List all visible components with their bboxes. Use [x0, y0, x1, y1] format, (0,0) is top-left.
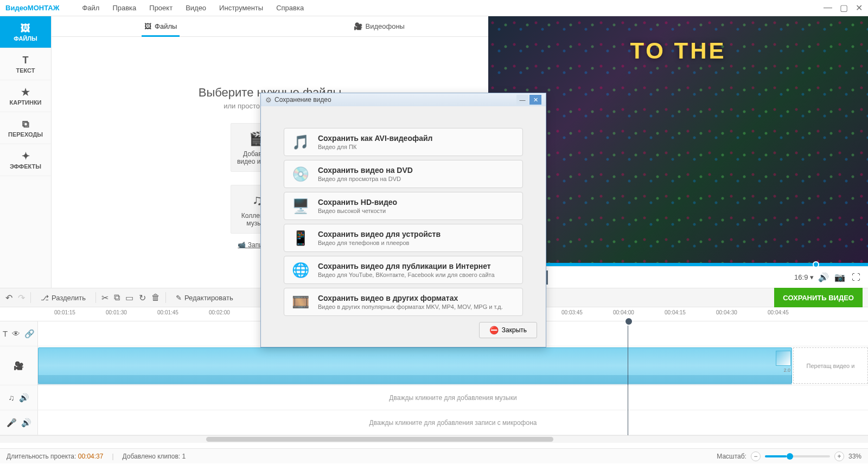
option-sub: Видео в других популярных форматах MKV, … — [318, 304, 516, 310]
undo-icon[interactable]: ↶ — [5, 293, 12, 303]
sparkle-icon: ✦ — [22, 150, 30, 162]
mic-track-head: 🎤🔊 — [0, 410, 38, 435]
dialog-close-icon[interactable]: ✕ — [529, 95, 541, 105]
maximize-icon[interactable]: ▢ — [840, 3, 848, 13]
delete-icon[interactable]: 🗑 — [151, 293, 160, 302]
duration-label: Длительность проекта: 00:04:37 — [7, 453, 103, 460]
music-track-head: ♫🔊 — [0, 385, 38, 410]
ruler-tick: 00:04:00 — [613, 309, 634, 315]
save-option-4[interactable]: 🌐Сохранить видео для публикации в Интерн… — [284, 256, 523, 284]
music-icon: ♫ — [8, 393, 14, 402]
mic-icon: 🎤 — [7, 418, 17, 428]
eye-icon[interactable]: 👁 — [12, 329, 20, 338]
save-option-2[interactable]: 🖥️Сохранить HD-видеоВидео высокой четкос… — [284, 192, 523, 220]
menu-tools[interactable]: Инструменты — [213, 4, 270, 12]
frame-icon[interactable]: ▭ — [125, 293, 133, 303]
link-icon[interactable]: 🔗 — [24, 329, 35, 339]
option-icon: 🌐 — [291, 260, 310, 280]
sidebar-item-effects[interactable]: ✦ЭФФЕКТЫ — [0, 144, 51, 176]
option-icon: 📱 — [291, 228, 310, 248]
menu-project[interactable]: Проект — [143, 4, 179, 12]
zoom-thumb[interactable] — [787, 453, 793, 460]
option-title: Сохранить видео на DVD — [318, 166, 516, 175]
image-icon: 🖼 — [144, 22, 151, 30]
logo-accent: МОНТАЖ — [28, 4, 60, 12]
sidebar-item-transitions[interactable]: ⧉ПЕРЕХОДЫ — [0, 112, 51, 144]
volume-icon[interactable]: 🔊 — [19, 393, 29, 403]
zoom-out-button[interactable]: − — [751, 451, 761, 461]
dialog-window-controls: — ✕ — [516, 95, 541, 105]
zoom-control: Масштаб: − + 33% — [717, 451, 861, 461]
option-icon: 🖥️ — [291, 196, 310, 216]
text-track-head: T👁🔗 — [0, 321, 38, 346]
save-option-1[interactable]: 💿Сохранить видео на DVDВидео для просмот… — [284, 160, 523, 188]
statusbar: Длительность проекта: 00:04:37 | Добавле… — [0, 448, 868, 463]
ruler-tick: 00:04:45 — [768, 309, 789, 315]
menu-video[interactable]: Видео — [179, 4, 213, 12]
close-icon[interactable]: ✕ — [856, 3, 863, 13]
option-sub: Видео высокой четкости — [318, 208, 516, 214]
tab-label: Видеофоны — [366, 22, 405, 30]
dialog-title: Сохранение видео — [275, 96, 331, 104]
dialog-minimize-icon[interactable]: — — [516, 95, 528, 105]
logo-text: Видео — [5, 4, 28, 12]
video-overlay-text: TO THE — [630, 38, 726, 64]
sidebar-item-files[interactable]: 🖼ФАЙЛЫ — [0, 16, 51, 48]
menu-edit[interactable]: Правка — [106, 4, 143, 12]
tab-backgrounds[interactable]: 🎥Видеофоны — [270, 16, 489, 36]
dialog-titlebar[interactable]: ⚙ Сохранение видео — ✕ — [261, 93, 546, 106]
mic-track: 🎤🔊 Дважды кликните для добавления записи… — [0, 410, 868, 435]
option-title: Сохранить как AVI-видеофайл — [318, 134, 516, 143]
ruler-tick: 00:01:30 — [106, 309, 127, 315]
snapshot-icon[interactable]: 📷 — [833, 271, 846, 284]
playhead[interactable] — [628, 321, 628, 435]
music-track: ♫🔊 Дважды кликните для добавления музыки — [0, 385, 868, 410]
music-track-body[interactable]: Дважды кликните для добавления музыки — [38, 385, 868, 410]
tab-files[interactable]: 🖼Файлы — [52, 16, 270, 36]
timeline-scrollbar[interactable] — [0, 435, 868, 443]
redo-icon[interactable]: ↷ — [18, 293, 25, 303]
zoom-in-button[interactable]: + — [834, 451, 844, 461]
split-button[interactable]: ⎇Разделить — [36, 292, 90, 304]
zoom-slider[interactable] — [765, 455, 830, 457]
aspect-ratio[interactable]: 16:9 ▾ — [794, 273, 814, 281]
gear-icon: ⚙ — [265, 96, 272, 104]
mic-track-body[interactable]: Дважды кликните для добавления записи с … — [38, 410, 868, 435]
ruler-tick: 00:04:30 — [716, 309, 737, 315]
save-option-0[interactable]: 🎵Сохранить как AVI-видеофайлВидео для ПК — [284, 128, 523, 156]
transition-marker[interactable]: 2.0 — [776, 351, 791, 366]
option-title: Сохранить HD-видео — [318, 198, 516, 207]
progress-handle[interactable] — [813, 261, 819, 268]
crop-icon[interactable]: ⧉ — [114, 293, 120, 302]
dialog-footer: ⛔Закрыть — [479, 322, 537, 338]
minimize-icon[interactable]: — — [824, 3, 832, 13]
edit-button[interactable]: ✎Редактировать — [171, 292, 238, 304]
tab-label: Файлы — [155, 22, 177, 30]
scrollbar-thumb[interactable] — [206, 437, 553, 442]
btn-label: Разделить — [52, 294, 86, 302]
video-drop-hint[interactable]: Перетащ видео и — [793, 347, 868, 384]
save-option-5[interactable]: 🎞️Сохранить видео в других форматахВидео… — [284, 288, 523, 316]
save-option-3[interactable]: 📱Сохранить видео для устройствВидео для … — [284, 224, 523, 252]
aspect-label: 16:9 — [794, 273, 808, 281]
volume-icon[interactable]: 🔊 — [817, 271, 830, 284]
clips-value: 1 — [182, 453, 186, 460]
menu-file[interactable]: Файл — [75, 4, 106, 12]
ruler-tick: 00:03:45 — [561, 309, 583, 315]
sidebar-item-images[interactable]: ★КАРТИНКИ — [0, 80, 51, 112]
save-video-button[interactable]: СОХРАНИТЬ ВИДЕО — [774, 288, 863, 307]
option-icon: 🎞️ — [291, 292, 310, 312]
video-track-body[interactable]: 2.0 Перетащ видео и — [38, 346, 868, 385]
cut-icon[interactable]: ✂ — [101, 293, 108, 303]
sidebar-item-text[interactable]: TТЕКСТ — [0, 48, 51, 80]
close-button[interactable]: ⛔Закрыть — [479, 322, 537, 338]
volume-icon[interactable]: 🔊 — [21, 418, 31, 428]
menu-help[interactable]: Справка — [270, 4, 310, 12]
rotate-icon[interactable]: ↻ — [139, 293, 146, 303]
fullscreen-icon[interactable]: ⛶ — [850, 271, 863, 284]
video-track-head: 🎥 — [0, 346, 38, 385]
option-title: Сохранить видео в других форматах — [318, 294, 516, 302]
ruler-tick: 00:02:00 — [209, 309, 230, 315]
camera-icon: 🎥 — [14, 361, 24, 371]
window-controls: — ▢ ✕ — [824, 3, 863, 13]
